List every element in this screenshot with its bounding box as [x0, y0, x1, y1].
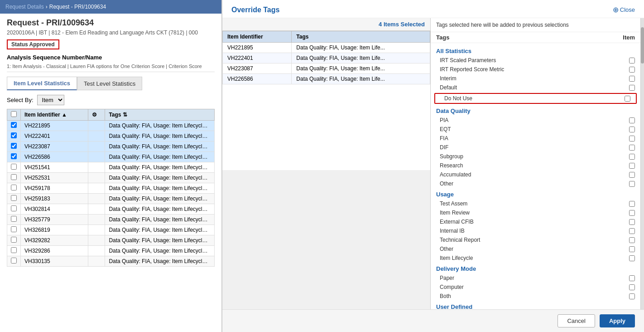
tag-item-item-lifecycle[interactable]: Item Lifecycle: [431, 254, 640, 263]
tag-item-interim[interactable]: Interim: [431, 74, 640, 83]
tag-item-do-not-use[interactable]: Do Not Use: [434, 93, 637, 104]
tag-item-checkbox[interactable]: [629, 127, 635, 132]
table-row[interactable]: VH259183 Data Quality: FIA, Usage: Item …: [7, 194, 215, 204]
tag-group-user-defined[interactable]: User Defined: [431, 301, 640, 309]
tag-item-irt-scaled-parameters[interactable]: IRT Scaled Parameters: [431, 56, 640, 65]
table-row[interactable]: VH259178 Data Quality: FIA, Usage: Item …: [7, 183, 215, 194]
row-checkbox[interactable]: [11, 153, 17, 159]
tag-item-checkbox[interactable]: [629, 145, 635, 151]
scrollbar[interactable]: [640, 18, 644, 309]
tag-item-checkbox[interactable]: [629, 172, 635, 178]
tag-item-checkbox[interactable]: [629, 201, 635, 207]
tag-item-fia[interactable]: FIA: [431, 134, 640, 143]
row-checkbox-cell: [7, 194, 21, 204]
row-checkbox[interactable]: [11, 258, 17, 264]
tag-group-data-quality[interactable]: Data Quality: [431, 105, 640, 116]
row-item-id: VH302814: [21, 204, 88, 215]
table-row[interactable]: VH222401 Data Quality: FIA, Usage: Item …: [7, 131, 215, 142]
tag-item-item-review[interactable]: Item Review: [431, 208, 640, 217]
tag-item-checkbox[interactable]: [629, 255, 635, 261]
close-label: Close: [620, 6, 635, 13]
tag-item-checkbox[interactable]: [629, 275, 635, 281]
tag-item-checkbox[interactable]: [629, 181, 635, 187]
row-checkbox[interactable]: [11, 164, 17, 170]
tag-item-default[interactable]: Default: [431, 83, 640, 92]
row-filter-cell: [88, 225, 105, 235]
breadcrumb-separator: ›: [46, 4, 48, 10]
table-row[interactable]: VH329286 Data Quality: FIA, Usage: Item …: [7, 246, 215, 256]
col-filter[interactable]: ⚙: [88, 109, 105, 121]
select-all-checkbox[interactable]: [11, 111, 17, 117]
close-button[interactable]: ⊕ Close: [613, 5, 635, 14]
table-row[interactable]: VH325779 Data Quality: FIA, Usage: Item …: [7, 215, 215, 225]
table-row[interactable]: VH251541 Data Quality: FIA, Usage: Item …: [7, 162, 215, 173]
table-row[interactable]: VH329282 Data Quality: FIA, Usage: Item …: [7, 235, 215, 246]
select-by-dropdown[interactable]: Item: [37, 95, 64, 105]
tag-item-technical-report[interactable]: Technical Report: [431, 235, 640, 244]
tag-group-usage[interactable]: Usage: [431, 188, 640, 199]
breadcrumb-request-details[interactable]: Request Details: [5, 4, 44, 10]
tag-item-eqt[interactable]: EQT: [431, 125, 640, 134]
tag-group-delivery-mode[interactable]: Delivery Mode: [431, 263, 640, 273]
tag-item-other[interactable]: Other: [431, 179, 640, 188]
tag-item-both[interactable]: Both: [431, 292, 640, 301]
row-checkbox[interactable]: [11, 174, 17, 180]
tag-item-checkbox[interactable]: [629, 136, 635, 142]
tag-item-checkbox[interactable]: [629, 293, 635, 299]
tag-item-checkbox[interactable]: [629, 237, 635, 243]
table-row[interactable]: VH252531 Data Quality: FIA, Usage: Item …: [7, 173, 215, 183]
row-checkbox-cell: [7, 215, 21, 225]
row-checkbox[interactable]: [11, 205, 17, 211]
tag-item-checkbox[interactable]: [629, 117, 635, 123]
table-row[interactable]: VH326819 Data Quality: FIA, Usage: Item …: [7, 225, 215, 235]
tag-item-checkbox[interactable]: [629, 163, 635, 169]
tab-item-level-statistics[interactable]: Item Level Statistics: [7, 77, 77, 90]
tag-item-computer[interactable]: Computer: [431, 283, 640, 292]
tag-group-all-statistics[interactable]: All Statistics: [431, 45, 640, 56]
row-checkbox[interactable]: [11, 122, 17, 128]
row-checkbox[interactable]: [11, 143, 17, 149]
filter-icon[interactable]: ⚙: [92, 112, 97, 118]
table-row[interactable]: VH330135 Data Quality: FIA, Usage: Item …: [7, 256, 215, 267]
tag-item-checkbox[interactable]: [625, 96, 630, 102]
tag-item-paper[interactable]: Paper: [431, 273, 640, 283]
tag-item-checkbox[interactable]: [629, 85, 635, 91]
status-badge: Status Approved: [7, 39, 59, 49]
table-row[interactable]: VH226586 Data Quality: FIA, Usage: Item …: [7, 152, 215, 162]
tag-item-checkbox[interactable]: [629, 58, 635, 63]
tag-item-external-cfib[interactable]: External CFIB: [431, 217, 640, 226]
row-checkbox[interactable]: [11, 237, 17, 243]
tag-item-pia[interactable]: PIA: [431, 116, 640, 125]
tag-item-irt-reported-score-metric[interactable]: IRT Reported Score Metric: [431, 65, 640, 74]
selected-row-id: VH222401: [223, 53, 292, 63]
apply-button[interactable]: Apply: [600, 314, 635, 327]
tag-item-research[interactable]: Research: [431, 161, 640, 170]
tag-item-checkbox[interactable]: [629, 210, 635, 216]
row-checkbox[interactable]: [11, 185, 17, 190]
row-checkbox[interactable]: [11, 216, 17, 222]
tag-item-subgroup[interactable]: Subgroup: [431, 152, 640, 161]
row-checkbox[interactable]: [11, 132, 17, 138]
tag-item-checkbox[interactable]: [629, 284, 635, 290]
table-row[interactable]: VH223087 Data Quality: FIA, Usage: Item …: [7, 142, 215, 152]
table-row[interactable]: VH221895 Data Quality: FIA, Usage: Item …: [7, 121, 215, 131]
tab-test-level-statistics[interactable]: Test Level Statistics: [77, 77, 142, 90]
tag-item-dif[interactable]: DIF: [431, 143, 640, 152]
tag-item-checkbox[interactable]: [629, 246, 635, 252]
tag-item-checkbox[interactable]: [629, 154, 635, 160]
tag-item-checkbox[interactable]: [629, 76, 635, 82]
row-checkbox[interactable]: [11, 195, 17, 201]
tag-item-checkbox[interactable]: [629, 228, 635, 234]
tag-item-test-assem[interactable]: Test Assem: [431, 199, 640, 208]
row-checkbox[interactable]: [11, 226, 17, 232]
row-filter-cell: [88, 256, 105, 267]
scrollbar-thumb[interactable]: [641, 27, 644, 63]
tag-item-internal-ib[interactable]: Internal IB: [431, 226, 640, 235]
cancel-button[interactable]: Cancel: [557, 314, 595, 327]
tag-item-accumulated[interactable]: Accumulated: [431, 170, 640, 179]
row-checkbox[interactable]: [11, 247, 17, 253]
tag-item-checkbox[interactable]: [629, 219, 635, 225]
tag-item-checkbox[interactable]: [629, 67, 635, 73]
tag-item-other[interactable]: Other: [431, 244, 640, 254]
table-row[interactable]: VH302814 Data Quality: FIA, Usage: Item …: [7, 204, 215, 215]
